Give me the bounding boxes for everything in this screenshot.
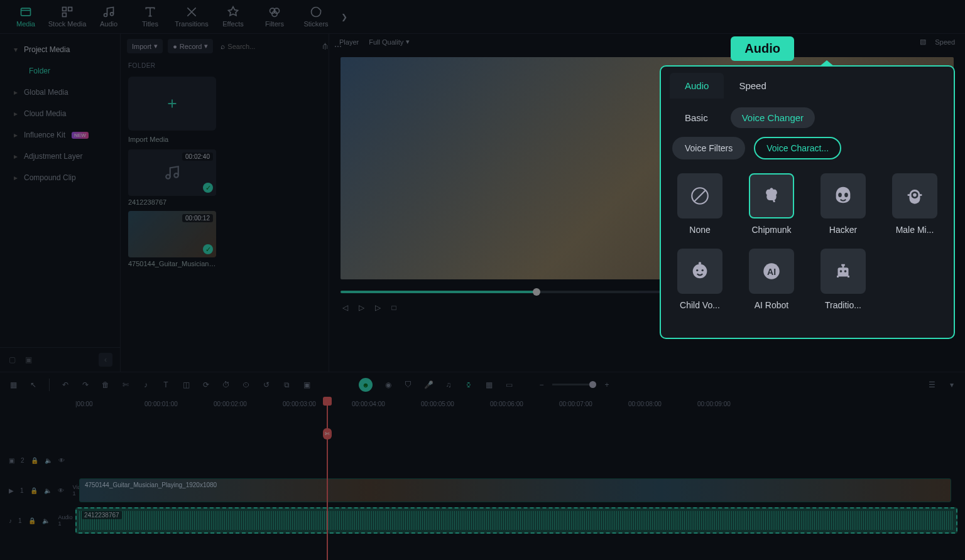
rotate-icon[interactable]: ⟳ — [202, 380, 210, 389]
collapse-sidebar-button[interactable]: ‹ — [99, 353, 112, 367]
voice-ai-robot[interactable]: AIAI Robot — [744, 249, 799, 310]
zoom-out-icon[interactable]: − — [537, 380, 546, 389]
speed-label[interactable]: Speed — [935, 38, 955, 46]
media-clip-video[interactable]: 00:00:12 ✓ 4750144_Guitar_Musician_Pl... — [128, 211, 321, 270]
voice-hacker[interactable]: Hacker — [815, 173, 871, 235]
snap-icon[interactable]: ▦ — [484, 380, 493, 389]
sidebar-item-folder[interactable]: Folder — [0, 60, 120, 82]
media-browser: Import ▾ ● Record ▾ ⌕ ⫛ ⋯ FOLDER Import … — [121, 34, 329, 372]
mute-icon[interactable]: 🔈 — [44, 487, 52, 494]
svg-point-25 — [844, 270, 847, 272]
delete-icon[interactable]: 🗑 — [101, 380, 110, 389]
audio-highlight-tag: Audio — [731, 36, 794, 61]
svg-point-13 — [844, 193, 848, 197]
top-tab-scroll-right[interactable]: ❯ — [338, 8, 351, 26]
top-tab-effects[interactable]: Effects — [212, 0, 254, 34]
voice-none[interactable]: None — [672, 173, 728, 235]
play-icon[interactable]: ▷ — [357, 303, 366, 312]
voice-characters-pill[interactable]: Voice Charact... — [754, 137, 841, 159]
audio-panel-tab-audio[interactable]: Audio — [670, 73, 724, 99]
track-b-icon[interactable]: ▣ — [9, 457, 14, 464]
next-frame-icon[interactable]: ▷ — [373, 303, 382, 312]
eq-icon[interactable]: ♫ — [444, 380, 453, 389]
sidebar-item-cloud-media[interactable]: ▸Cloud Media — [0, 103, 120, 124]
reverse-icon[interactable]: ↺ — [262, 380, 271, 389]
mute-icon[interactable]: 🔈 — [45, 457, 52, 464]
lock-icon[interactable]: 🔒 — [30, 487, 38, 494]
track-video-icon[interactable]: ▶ — [9, 487, 14, 494]
new-folder-box[interactable] — [128, 77, 216, 131]
undo-icon[interactable]: ↶ — [61, 380, 70, 389]
rec-icon[interactable]: ◉ — [384, 380, 393, 389]
top-tab-media[interactable]: Media — [5, 0, 46, 34]
link-icon[interactable]: ⧉ — [282, 380, 291, 389]
sidebar-item-adjustment-layer[interactable]: ▸Adjustment Layer — [0, 146, 120, 167]
pointer-icon[interactable]: ↖ — [29, 380, 38, 389]
music-tool-icon[interactable]: ♪ — [141, 380, 150, 389]
cut-marker[interactable]: ✄ — [323, 428, 332, 439]
video-clip[interactable]: 4750144_Guitar_Musician_Playing_1920x108… — [79, 478, 951, 502]
shield-icon[interactable]: ⛉ — [404, 380, 413, 389]
audio-subtab-voice-changer[interactable]: Voice Changer — [731, 107, 815, 128]
redo-icon[interactable]: ↷ — [81, 380, 90, 389]
frame-icon[interactable]: ▭ — [504, 380, 513, 389]
svg-rect-3 — [63, 13, 67, 17]
top-tab-titles[interactable]: Titles — [129, 0, 171, 34]
crop-icon[interactable]: ◫ — [182, 380, 190, 389]
sidebar-item-influence-kit[interactable]: ▸Influence KitNEW — [0, 124, 120, 146]
folder-icon[interactable]: ▣ — [24, 355, 33, 364]
new-folder-icon[interactable]: ▢ — [8, 355, 16, 364]
top-tab-stockmedia[interactable]: Stock Media — [46, 0, 88, 34]
tracklist-icon[interactable]: ☰ — [927, 380, 936, 389]
svg-rect-1 — [63, 8, 67, 11]
voice-traditional[interactable]: Traditio... — [815, 249, 871, 310]
top-tab-transitions[interactable]: Transitions — [171, 0, 212, 34]
voice-chipmunk[interactable]: Chipmunk — [744, 173, 799, 235]
prev-frame-icon[interactable]: ◁ — [341, 303, 349, 312]
mute-icon[interactable]: 🔈 — [42, 517, 50, 524]
search-input[interactable] — [227, 43, 314, 50]
grid-icon[interactable]: ▦ — [9, 380, 18, 389]
chevron-down-icon[interactable]: ▾ — [947, 380, 956, 389]
zoom-in-icon[interactable]: + — [602, 380, 611, 389]
filter-icon[interactable]: ⫛ — [322, 42, 329, 51]
ai-button[interactable]: ☻ — [359, 378, 373, 392]
stop-icon[interactable]: □ — [390, 303, 398, 312]
mic-icon[interactable]: 🎤 — [424, 380, 433, 389]
top-tab-audio[interactable]: Audio — [88, 0, 129, 34]
lock-icon[interactable]: 🔒 — [28, 517, 36, 524]
video-track-row: ▶1🔒🔈👁Video 1 4750144_Guitar_Musician_Pla… — [0, 476, 965, 505]
cut-icon[interactable]: ✄ — [121, 380, 130, 389]
zoom-slider[interactable] — [552, 384, 596, 385]
snapshot-icon[interactable]: ▧ — [920, 38, 926, 46]
group-icon[interactable]: ▣ — [302, 380, 311, 389]
voice-child[interactable]: Child Vo... — [672, 249, 728, 310]
lock-icon[interactable]: 🔒 — [31, 457, 38, 464]
eye-icon[interactable]: 👁 — [58, 487, 64, 494]
text-tool-icon[interactable]: T — [161, 380, 170, 389]
voice-male-minion[interactable]: Male Mi... — [887, 173, 942, 235]
record-button[interactable]: ● Record ▾ — [168, 39, 213, 53]
sidebar-item-project-media[interactable]: ▾Project Media — [0, 39, 120, 60]
sidebar-item-compound-clip[interactable]: ▸Compound Clip — [0, 167, 120, 188]
audio-panel-tab-speed[interactable]: Speed — [724, 73, 781, 99]
player-tab[interactable]: Player — [339, 38, 359, 46]
speed-icon[interactable]: ⏱ — [222, 380, 231, 389]
sidebar-item-global-media[interactable]: ▸Global Media — [0, 82, 120, 103]
quality-select[interactable]: Full Quality ▾ — [369, 38, 410, 46]
svg-point-16 — [913, 193, 917, 197]
import-button[interactable]: Import ▾ — [127, 39, 163, 53]
track-audio-icon[interactable]: ♪ — [9, 517, 12, 524]
magnet-icon[interactable]: ⧲ — [464, 380, 473, 389]
playhead[interactable] — [327, 397, 328, 560]
timeline[interactable]: |00:00 00:00:01:00 00:00:02:00 00:00:03:… — [0, 397, 965, 560]
eye-icon[interactable]: 👁 — [58, 457, 65, 464]
top-tab-filters[interactable]: Filters — [254, 0, 295, 34]
audio-clip[interactable]: 2412238767 — [75, 507, 957, 534]
voice-filters-pill[interactable]: Voice Filters — [672, 137, 745, 159]
top-tab-stickers[interactable]: Stickers — [295, 0, 337, 34]
timer-icon[interactable]: ⏲ — [242, 380, 251, 389]
audio-subtab-basic[interactable]: Basic — [673, 107, 719, 128]
media-clip-audio[interactable]: 00:02:40 ✓ 2412238767 — [128, 149, 321, 208]
timeline-ruler[interactable]: |00:00 00:00:01:00 00:00:02:00 00:00:03:… — [0, 397, 965, 416]
